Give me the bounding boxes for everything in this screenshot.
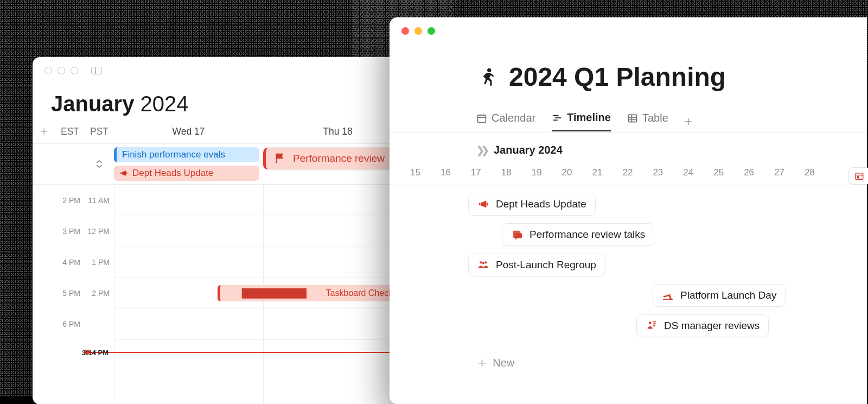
tab-table[interactable]: Table [627,112,668,131]
timeline-body[interactable]: Dept Heads Update Performance review tal… [390,185,867,371]
view-tabs: Calendar Timeline Table + [390,92,867,133]
chat-icon [511,229,523,241]
calendar-day-icon [854,171,864,181]
allday-event[interactable]: Finish performance evals [114,147,259,162]
list-icon [226,285,323,301]
traffic-close[interactable] [401,27,409,35]
calendar-grid[interactable]: 2 PM 3 PM 4 PM 5 PM 6 PM 11 AM 12 PM 1 P… [33,185,412,404]
hour-label: 2 PM [55,185,85,216]
table-icon [627,113,638,124]
allday-collapse-icon[interactable] [85,144,114,184]
hour-label: 4 PM [55,247,85,277]
timed-event[interactable]: Taskboard Checkin 1 [218,285,412,301]
timeline-icon [552,112,563,123]
ruler-day: 22 [622,167,633,178]
event-label: Performance review [293,153,385,165]
new-label: New [493,357,514,369]
svg-point-19 [484,261,487,263]
event-label: Finish performance evals [122,149,225,160]
date-ruler: 1516171819202122232425262728 [390,156,867,185]
ruler-day: 21 [592,167,603,178]
hour-label: 3 PM [55,216,85,247]
bar-label: Platform Launch Day [680,289,776,301]
tab-label: Calendar [492,112,535,124]
megaphone-icon [477,198,489,210]
svg-rect-11 [628,115,636,122]
ruler-day: 19 [532,167,542,178]
allday-event[interactable]: Dept Heads Update [114,166,259,181]
add-event-button[interactable]: + [33,124,55,139]
calendar-title: January 2024 [33,74,412,116]
timeline-bar[interactable]: Performance review talks [502,223,654,246]
ruler-day: 20 [562,167,572,178]
hour-label: 5 PM [55,277,85,308]
page-title: 2024 Q1 Planning [509,62,726,92]
ruler-day: 28 [805,167,815,178]
ruler-day: 18 [501,167,512,178]
traffic-min[interactable] [414,27,422,35]
hour-label: 6 PM [55,308,85,339]
day-header: Wed 17 [114,126,263,137]
hour-label: 11 AM [85,185,114,216]
today-button[interactable] [848,167,868,185]
planning-window: 2024 Q1 Planning Calendar Timeline Table… [390,17,867,404]
timeline-bar[interactable]: DS manager reviews [636,314,769,337]
timeline-month-header: ❯❯ January 2024 [390,133,867,156]
tab-calendar[interactable]: Calendar [476,112,535,131]
hour-label: 12 PM [85,216,114,247]
timezone-1-label: EST [55,126,85,137]
svg-point-18 [480,261,482,263]
svg-rect-17 [857,176,859,178]
timeline-bar[interactable]: Dept Heads Update [468,193,596,216]
ruler-day: 17 [471,167,481,178]
add-view-button[interactable]: + [685,114,692,129]
svg-rect-4 [478,115,486,122]
ruler-day: 23 [653,167,663,178]
window-controls [33,57,412,74]
bar-label: DS manager reviews [664,320,760,332]
plus-icon: + [478,355,486,371]
calendar-icon [476,113,487,124]
running-icon [476,67,497,87]
allday-row: Finish performance evals Dept Heads Upda… [33,144,412,185]
hour-label [85,308,114,339]
flag-icon [275,153,286,165]
add-timeline-item[interactable]: + New [478,355,867,371]
event-label: Dept Heads Update [132,168,213,179]
timezone-2-label: PST [85,126,114,137]
hour-label: 1 PM [85,247,114,277]
megaphone-icon [119,169,128,178]
bar-label: Post-Launch Regroup [496,259,596,271]
chevron-right-icon[interactable]: ❯❯ [476,144,486,156]
tab-label: Timeline [567,111,611,124]
group-icon [477,259,489,271]
traffic-close[interactable] [44,67,52,74]
tab-label: Table [642,112,668,124]
ruler-day: 25 [713,167,724,178]
bar-label: Performance review talks [529,229,645,241]
allday-event[interactable]: Performance review [263,147,394,170]
bar-label: Dept Heads Update [496,198,586,210]
timeline-bar[interactable]: Platform Launch Day [653,284,786,307]
svg-point-20 [482,262,484,264]
review-icon [646,320,658,332]
window-controls [390,17,867,35]
month-label: January 2024 [494,144,563,156]
page-header: 2024 Q1 Planning [390,35,867,92]
now-time-label: 3:14 PM [82,349,114,357]
svg-point-3 [487,68,491,72]
calendar-header-row: + EST PST Wed 17 Thu 18 [33,116,412,144]
tab-timeline[interactable]: Timeline [552,111,611,131]
traffic-max[interactable] [427,27,435,35]
now-indicator [88,352,412,353]
ruler-day: 24 [683,167,693,178]
sidebar-toggle-icon[interactable] [91,67,102,74]
traffic-min[interactable] [58,67,65,74]
traffic-max[interactable] [71,67,78,74]
timeline-bar[interactable]: Post-Launch Regroup [468,254,605,276]
calendar-window: January 2024 + EST PST Wed 17 Thu 18 Fin… [33,57,412,404]
hour-label: 2 PM [85,277,114,308]
svg-point-22 [649,321,652,324]
ruler-day: 27 [774,167,784,178]
plane-icon [662,289,674,301]
